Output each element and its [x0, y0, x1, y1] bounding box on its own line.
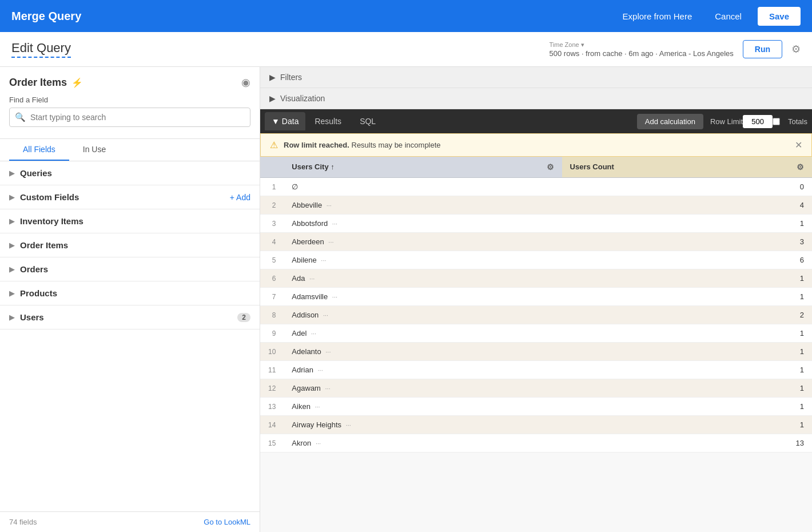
right-panel: ▶ Filters ▶ Visualization ▼ Data Results… — [260, 67, 812, 532]
table-row: 6Ada ···1 — [260, 269, 812, 288]
city-dots-icon[interactable]: ··· — [316, 440, 321, 447]
tab-results[interactable]: Results — [305, 112, 351, 130]
city-cell: ∅ — [284, 178, 562, 196]
users-city-gear-icon[interactable]: ⚙ — [547, 162, 554, 172]
group-users-label: Users — [20, 312, 44, 322]
row-number: 3 — [260, 215, 284, 233]
warning-icon: ⚠ — [270, 140, 278, 150]
search-icon: 🔍 — [15, 112, 26, 122]
visualization-section[interactable]: ▶ Visualization — [260, 88, 812, 109]
data-tabs-bar: ▼ Data Results SQL Add calculation Row L… — [260, 109, 812, 133]
count-cell: 1 — [562, 361, 812, 379]
users-count-header[interactable]: Users Count ⚙ — [562, 157, 812, 178]
field-groups: ▶ Queries ▶ Custom Fields + Add ▶ Invent… — [0, 161, 260, 511]
city-dots-icon[interactable]: ··· — [309, 275, 315, 282]
run-meta-text: 500 rows · from cache · 6m ago · America… — [550, 49, 734, 58]
warning-bold: Row limit reached. — [284, 141, 349, 149]
filters-chevron-icon: ▶ — [269, 73, 276, 82]
table-row: 1∅0 — [260, 178, 812, 196]
count-cell: 6 — [562, 251, 812, 269]
search-input[interactable] — [9, 108, 250, 127]
group-order-items-header[interactable]: ▶ Order Items — [0, 233, 260, 257]
tab-sql[interactable]: SQL — [351, 112, 385, 130]
run-button[interactable]: Run — [743, 40, 782, 58]
cancel-button[interactable]: Cancel — [708, 8, 749, 25]
group-custom-fields-header[interactable]: ▶ Custom Fields + Add — [0, 185, 260, 209]
city-dots-icon[interactable]: ··· — [311, 330, 316, 337]
table-row: 15Akron ···13 — [260, 434, 812, 452]
city-cell: Akron ··· — [284, 434, 562, 452]
group-products-header[interactable]: ▶ Products — [0, 281, 260, 305]
row-number: 11 — [260, 361, 284, 379]
tab-data[interactable]: ▼ Data — [265, 112, 305, 130]
explore-from-here-button[interactable]: Explore from Here — [616, 8, 699, 25]
row-limit-input[interactable] — [743, 115, 773, 128]
table-row: 2Abbeville ···4 — [260, 196, 812, 215]
group-custom-fields-label: Custom Fields — [20, 192, 79, 202]
group-queries-label: Queries — [20, 168, 52, 178]
tab-all-fields[interactable]: All Fields — [9, 139, 69, 161]
header-actions: Explore from Here Cancel Save — [616, 7, 801, 26]
warning-close-icon[interactable]: ✕ — [795, 140, 802, 150]
find-field-label: Find a Field — [9, 96, 250, 104]
row-number: 8 — [260, 306, 284, 324]
group-queries-header[interactable]: ▶ Queries — [0, 161, 260, 185]
city-dots-icon[interactable]: ··· — [328, 239, 333, 245]
group-users-header[interactable]: ▶ Users 2 — [0, 305, 260, 329]
table-header-row: Users City ↑ ⚙ Users Count ⚙ — [260, 157, 812, 178]
city-dots-icon[interactable]: ··· — [332, 220, 337, 227]
table-row: 8Addison ···2 — [260, 306, 812, 324]
group-orders-header[interactable]: ▶ Orders — [0, 257, 260, 281]
group-custom-fields: ▶ Custom Fields + Add — [0, 185, 260, 209]
chevron-users-icon: ▶ — [9, 313, 14, 321]
users-count-header-label: Users Count — [570, 162, 614, 171]
save-button[interactable]: Save — [758, 7, 801, 26]
city-dots-icon[interactable]: ··· — [346, 422, 351, 428]
chevron-products-icon: ▶ — [9, 289, 14, 297]
custom-fields-add-button[interactable]: + Add — [230, 193, 250, 202]
field-count: 74 fields — [9, 518, 37, 526]
visualization-label: Visualization — [280, 94, 325, 103]
users-city-header[interactable]: Users City ↑ ⚙ — [284, 157, 562, 178]
row-number: 2 — [260, 196, 284, 215]
group-inventory-items-header[interactable]: ▶ Inventory Items — [0, 209, 260, 233]
settings-icon[interactable]: ⚙ — [791, 43, 801, 55]
collapse-sidebar-icon[interactable]: ◉ — [241, 76, 250, 89]
edit-query-bar: Edit Query Time Zone ▾ 500 rows · from c… — [0, 32, 812, 67]
chevron-order-items-icon: ▶ — [9, 241, 14, 249]
city-dots-icon[interactable]: ··· — [321, 257, 326, 264]
group-orders-label: Orders — [20, 264, 48, 274]
row-number: 4 — [260, 233, 284, 251]
city-dots-icon[interactable]: ··· — [327, 202, 332, 209]
content-layout: Order Items ⚡ ◉ Find a Field 🔍 All Field… — [0, 67, 812, 532]
tab-in-use[interactable]: In Use — [69, 139, 120, 161]
results-table: Users City ↑ ⚙ Users Count ⚙ 1∅02Abbevil… — [260, 157, 812, 452]
table-row: 10Adelanto ···1 — [260, 343, 812, 361]
city-cell: Abilene ··· — [284, 251, 562, 269]
city-cell: Ada ··· — [284, 269, 562, 288]
chevron-inventory-icon: ▶ — [9, 217, 14, 225]
data-table-container: Users City ↑ ⚙ Users Count ⚙ 1∅02Abbevil… — [260, 157, 812, 532]
go-to-lookaml-link[interactable]: Go to LookML — [204, 518, 250, 526]
city-dots-icon[interactable]: ··· — [325, 348, 331, 355]
tab-data-arrow: ▼ — [272, 117, 280, 126]
filters-label: Filters — [280, 73, 302, 82]
city-dots-icon[interactable]: ··· — [323, 312, 328, 319]
totals-checkbox[interactable] — [773, 118, 780, 125]
city-dots-icon[interactable]: ··· — [318, 367, 323, 374]
table-row: 9Adel ···1 — [260, 324, 812, 343]
count-cell: 1 — [562, 398, 812, 416]
page-title: Edit Query — [11, 41, 71, 58]
query-meta: Time Zone ▾ 500 rows · from cache · 6m a… — [550, 40, 801, 58]
filters-section[interactable]: ▶ Filters — [260, 67, 812, 88]
city-dots-icon[interactable]: ··· — [332, 293, 337, 300]
tabs-row: All Fields In Use — [0, 139, 260, 161]
users-count-gear-icon[interactable]: ⚙ — [797, 162, 804, 172]
count-cell: 0 — [562, 178, 812, 196]
warning-message: Results may be incomplete — [352, 141, 441, 149]
add-calculation-button[interactable]: Add calculation — [637, 114, 703, 129]
group-inventory-items-label: Inventory Items — [20, 216, 83, 226]
city-dots-icon[interactable]: ··· — [315, 403, 320, 410]
users-badge: 2 — [237, 313, 250, 322]
city-dots-icon[interactable]: ··· — [325, 385, 331, 392]
